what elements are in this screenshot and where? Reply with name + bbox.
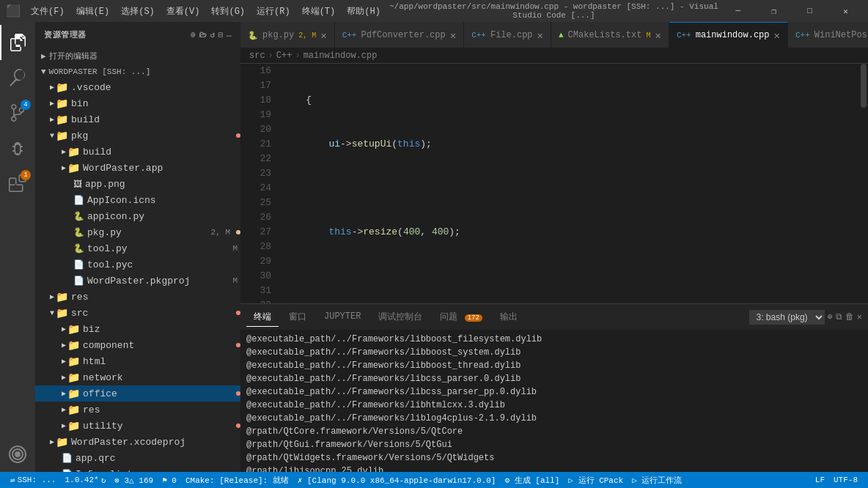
tree-tool-py[interactable]: 🐍 tool.py M	[35, 240, 240, 256]
tree-appicon-py[interactable]: 🐍 appicon.py	[35, 208, 240, 224]
tab-pkg-py[interactable]: 🐍 pkg.py 2, M ✕	[240, 22, 335, 48]
breadcrumb-file[interactable]: mainwindow.cpp	[304, 51, 378, 61]
activity-remote[interactable]	[0, 437, 35, 472]
tree-vscode[interactable]: ▶ 📁 .vscode	[35, 79, 240, 95]
tree-info-plist[interactable]: 📄 Info.plist	[35, 466, 240, 472]
project-section[interactable]: ▼ WORDPASTER [SSH: ...]	[35, 64, 240, 79]
new-folder-icon[interactable]: 🗁	[199, 30, 207, 40]
status-version[interactable]: 1.0.42* ↻	[60, 472, 110, 488]
code-editor[interactable]: 16 17 18 19 20 21 22 23 24 25 26 27 28 2…	[240, 64, 868, 303]
tree-build[interactable]: ▶ 📁 build	[35, 111, 240, 127]
panel-tab-jupyter[interactable]: JUPYTER	[317, 308, 368, 325]
status-cmake[interactable]: CMake: [Release]: 就绪	[181, 472, 293, 488]
status-encoding[interactable]: LF	[811, 472, 829, 488]
chevron-right-icon: ▶	[62, 389, 66, 398]
status-ssh[interactable]: ⇌ SSH: ...	[6, 472, 60, 488]
tab-mainwindow-close[interactable]: ✕	[774, 29, 780, 42]
tree-appicon-icns-label: AppIcon.icns	[87, 195, 240, 206]
tree-utility[interactable]: ▶ 📁 utility	[35, 418, 240, 434]
close-button[interactable]: ✕	[829, 0, 862, 22]
tab-wininetposter[interactable]: C++ WiniNetPoster.cpp 1 ✕	[788, 22, 868, 48]
tab-cmakelists[interactable]: ▲ CMakeLists.txt M ✕	[551, 22, 669, 48]
tree-network[interactable]: ▶ 📁 network	[35, 369, 240, 385]
terminal-select[interactable]: 3: bash (pkg)	[749, 310, 825, 325]
tree-tool-pyc[interactable]: 📄 tool.pyc	[35, 256, 240, 273]
tree-src[interactable]: ▼ 📁 src	[35, 305, 240, 321]
chevron-down-icon: ▼	[41, 67, 46, 76]
tree-biz[interactable]: ▶ 📁 biz	[35, 321, 240, 337]
file-icon: 📄	[73, 276, 84, 286]
breadcrumb-lang[interactable]: C++	[276, 51, 293, 61]
terminal-line: @rpath/QtWidgets.framework/Versions/5/Qt…	[246, 451, 862, 465]
tree-office[interactable]: ▶ 📁 office	[35, 385, 240, 402]
tab-cmakelists-close[interactable]: ✕	[655, 29, 661, 42]
status-run-cpack[interactable]: ▷ 运行 CPack	[564, 472, 628, 488]
more-icon[interactable]: …	[227, 30, 232, 40]
minimize-button[interactable]: ─	[721, 0, 754, 22]
collapse-icon[interactable]: ⊟	[218, 30, 224, 40]
status-compiler[interactable]: ✗ [Clang 9.0.0 x86_64-apple-darwin17.0.0…	[293, 472, 501, 488]
tree-pkg-build[interactable]: ▶ 📁 build	[35, 144, 240, 160]
tab-file-cpp-close[interactable]: ✕	[537, 29, 543, 42]
activity-source-control[interactable]: 4	[0, 95, 35, 130]
tree-xcodeproj[interactable]: ▶ 📁 WordPaster.xcodeproj	[35, 434, 240, 450]
panel-add-button[interactable]: ⊕	[828, 311, 833, 322]
status-encoding-text: LF	[815, 476, 825, 484]
tree-pkg[interactable]: ▼ 📁 pkg	[35, 127, 240, 144]
tab-file-cpp[interactable]: C++ File.cpp ✕	[464, 22, 551, 48]
new-file-icon[interactable]: ⊕	[191, 30, 196, 40]
tab-pdfconverter[interactable]: C++ PdfConverter.cpp ✕	[335, 22, 464, 48]
tree-pkgproj[interactable]: 📄 WordPaster.pkgproj M	[35, 273, 240, 289]
tree-res[interactable]: ▶ 📁 res	[35, 289, 240, 305]
status-warnings[interactable]: ⚑ 0	[158, 472, 181, 488]
tree-pkg-py[interactable]: 🐍 pkg.py 2, M	[35, 224, 240, 240]
code-content[interactable]: { ui->setupUi(this); this->resize(400, 4…	[277, 64, 859, 303]
tree-bin[interactable]: ▶ 📁 bin	[35, 95, 240, 111]
tree-app-qrc[interactable]: 📄 app.qrc	[35, 450, 240, 466]
tree-app-png[interactable]: 🖼 app.png	[35, 176, 240, 192]
panel-split-button[interactable]: ⧉	[836, 312, 842, 322]
tab-pdfconverter-close[interactable]: ✕	[450, 29, 456, 42]
menu-view[interactable]: 查看(V)	[161, 2, 206, 21]
restore-button[interactable]: ❐	[757, 0, 790, 22]
status-errors[interactable]: ⊗ 3△ 169	[110, 472, 158, 488]
editor-scrollbar[interactable]	[859, 64, 868, 303]
menu-file[interactable]: 文件(F)	[25, 2, 70, 21]
tab-pkg-py-close[interactable]: ✕	[320, 29, 326, 42]
menu-help[interactable]: 帮助(H)	[341, 2, 386, 21]
open-editors-section[interactable]: ▶ 打开的编辑器	[35, 48, 240, 64]
tree-pkg-label: pkg	[71, 130, 233, 141]
status-format[interactable]: UTF-8	[829, 472, 862, 488]
folder-icon: 📁	[67, 323, 80, 336]
terminal-content[interactable]: @executable_path/../Frameworks/libboost_…	[240, 330, 868, 472]
activity-search[interactable]	[0, 60, 35, 95]
panel-tab-debug[interactable]: 调试控制台	[371, 308, 430, 327]
menu-run[interactable]: 运行(R)	[251, 2, 296, 21]
activity-debug[interactable]	[0, 130, 35, 166]
menu-edit[interactable]: 编辑(E)	[70, 2, 116, 21]
status-workflow[interactable]: ▷ 运行工作流	[628, 472, 686, 488]
status-generate[interactable]: ⚙ 生成 [all]	[500, 472, 564, 488]
panel-tab-output[interactable]: 输出	[493, 308, 525, 327]
tree-component[interactable]: ▶ 📁 component	[35, 337, 240, 353]
tree-html[interactable]: ▶ 📁 html	[35, 353, 240, 369]
tree-appicon-icns[interactable]: 📄 AppIcon.icns	[35, 192, 240, 208]
menu-goto[interactable]: 转到(G)	[205, 2, 251, 21]
refresh-icon[interactable]: ↺	[210, 30, 216, 40]
activity-explorer[interactable]	[0, 25, 35, 60]
folder-icon: 📁	[56, 130, 68, 142]
panel-close-button[interactable]: ✕	[857, 311, 862, 322]
tree-wordpaster-app[interactable]: ▶ 📁 WordPaster.app	[35, 160, 240, 176]
panel-tab-terminal[interactable]: 终端	[246, 308, 279, 327]
menu-select[interactable]: 选择(S)	[115, 2, 161, 21]
tree-src-res[interactable]: ▶ 📁 res	[35, 402, 240, 418]
tab-mainwindow[interactable]: C++ mainwindow.cpp ✕	[669, 22, 788, 48]
activity-extensions[interactable]: 1	[0, 166, 35, 201]
panel-trash-button[interactable]: 🗑	[845, 311, 854, 322]
menu-terminal[interactable]: 终端(T)	[296, 2, 342, 21]
panel-tab-problems[interactable]: 问题 172	[433, 308, 489, 327]
panel-tab-window[interactable]: 窗口	[282, 308, 314, 327]
breadcrumb-src[interactable]: src	[249, 51, 265, 61]
maximize-button[interactable]: □	[793, 0, 826, 22]
chevron-right-icon: ▶	[62, 405, 66, 414]
